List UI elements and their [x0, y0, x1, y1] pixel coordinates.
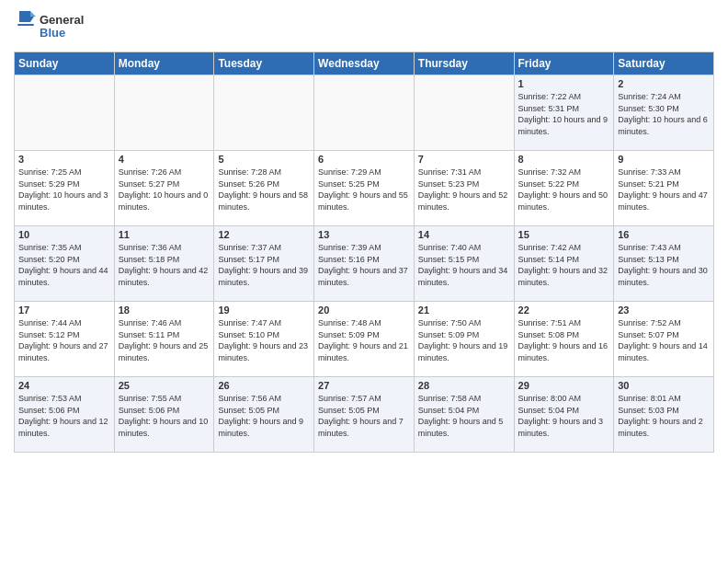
weekday-header-friday: Friday — [514, 52, 614, 75]
day-info: Sunrise: 7:29 AMSunset: 5:25 PMDaylight:… — [318, 167, 410, 213]
day-info: Sunrise: 7:32 AMSunset: 5:22 PMDaylight:… — [518, 167, 610, 213]
day-number: 7 — [418, 154, 510, 165]
day-info: Sunrise: 7:43 AMSunset: 5:13 PMDaylight:… — [618, 242, 710, 288]
calendar-cell — [314, 75, 415, 151]
calendar-cell: 28Sunrise: 7:58 AMSunset: 5:04 PMDayligh… — [414, 377, 514, 453]
calendar-cell: 21Sunrise: 7:50 AMSunset: 5:09 PMDayligh… — [414, 302, 514, 377]
weekday-header-saturday: Saturday — [614, 52, 714, 75]
day-info: Sunrise: 7:33 AMSunset: 5:21 PMDaylight:… — [618, 167, 710, 213]
day-info: Sunrise: 7:40 AMSunset: 5:15 PMDaylight:… — [418, 242, 510, 288]
calendar-cell: 7Sunrise: 7:31 AMSunset: 5:23 PMDaylight… — [414, 151, 514, 226]
calendar-cell — [15, 75, 115, 151]
calendar-cell: 23Sunrise: 7:52 AMSunset: 5:07 PMDayligh… — [614, 302, 714, 377]
calendar-cell: 16Sunrise: 7:43 AMSunset: 5:13 PMDayligh… — [614, 226, 714, 302]
day-info: Sunrise: 7:57 AMSunset: 5:05 PMDaylight:… — [318, 393, 410, 439]
day-info: Sunrise: 7:48 AMSunset: 5:09 PMDaylight:… — [318, 317, 410, 363]
weekday-header-tuesday: Tuesday — [214, 52, 314, 75]
day-number: 5 — [218, 154, 310, 165]
day-number: 16 — [618, 229, 710, 240]
calendar-cell: 29Sunrise: 8:00 AMSunset: 5:04 PMDayligh… — [514, 377, 614, 453]
day-info: Sunrise: 7:46 AMSunset: 5:11 PMDaylight:… — [119, 317, 210, 363]
calendar-cell: 22Sunrise: 7:51 AMSunset: 5:08 PMDayligh… — [514, 302, 614, 377]
weekday-header-row: SundayMondayTuesdayWednesdayThursdayFrid… — [15, 52, 714, 75]
day-info: Sunrise: 7:42 AMSunset: 5:14 PMDaylight:… — [518, 242, 610, 288]
calendar-cell: 19Sunrise: 7:47 AMSunset: 5:10 PMDayligh… — [214, 302, 314, 377]
day-number: 26 — [218, 380, 310, 391]
calendar-cell: 10Sunrise: 7:35 AMSunset: 5:20 PMDayligh… — [15, 226, 115, 302]
calendar-cell: 27Sunrise: 7:57 AMSunset: 5:05 PMDayligh… — [314, 377, 415, 453]
day-info: Sunrise: 8:00 AMSunset: 5:04 PMDaylight:… — [518, 393, 610, 439]
day-info: Sunrise: 7:22 AMSunset: 5:31 PMDaylight:… — [518, 91, 610, 137]
calendar-cell: 5Sunrise: 7:28 AMSunset: 5:26 PMDaylight… — [214, 151, 314, 226]
calendar-cell: 14Sunrise: 7:40 AMSunset: 5:15 PMDayligh… — [414, 226, 514, 302]
day-info: Sunrise: 7:35 AMSunset: 5:20 PMDaylight:… — [18, 242, 110, 288]
day-number: 18 — [119, 304, 210, 316]
day-number: 24 — [18, 380, 110, 391]
day-info: Sunrise: 7:25 AMSunset: 5:29 PMDaylight:… — [18, 167, 110, 213]
calendar-cell: 13Sunrise: 7:39 AMSunset: 5:16 PMDayligh… — [314, 226, 415, 302]
weekday-header-sunday: Sunday — [15, 52, 115, 75]
weekday-header-thursday: Thursday — [414, 52, 514, 75]
day-info: Sunrise: 7:24 AMSunset: 5:30 PMDaylight:… — [618, 91, 710, 137]
weekday-header-monday: Monday — [114, 52, 214, 75]
calendar-cell: 3Sunrise: 7:25 AMSunset: 5:29 PMDaylight… — [15, 151, 115, 226]
calendar-cell: 17Sunrise: 7:44 AMSunset: 5:12 PMDayligh… — [15, 302, 115, 377]
day-number: 22 — [518, 304, 610, 316]
day-number: 27 — [318, 380, 410, 391]
calendar-cell: 30Sunrise: 8:01 AMSunset: 5:03 PMDayligh… — [614, 377, 714, 453]
day-number: 6 — [318, 154, 410, 165]
calendar-cell: 20Sunrise: 7:48 AMSunset: 5:09 PMDayligh… — [314, 302, 415, 377]
day-number: 23 — [618, 304, 710, 316]
day-number: 17 — [18, 304, 110, 316]
logo: General Blue — [14, 9, 97, 44]
calendar-cell: 24Sunrise: 7:53 AMSunset: 5:06 PMDayligh… — [15, 377, 115, 453]
day-number: 13 — [318, 229, 410, 240]
day-number: 29 — [518, 380, 610, 391]
svg-text:General: General — [40, 13, 84, 27]
day-number: 2 — [618, 78, 710, 89]
day-info: Sunrise: 7:31 AMSunset: 5:23 PMDaylight:… — [418, 167, 510, 213]
day-number: 20 — [318, 304, 410, 316]
day-number: 9 — [618, 154, 710, 165]
day-info: Sunrise: 7:51 AMSunset: 5:08 PMDaylight:… — [518, 317, 610, 363]
calendar-table: SundayMondayTuesdayWednesdayThursdayFrid… — [14, 52, 714, 453]
day-info: Sunrise: 7:52 AMSunset: 5:07 PMDaylight:… — [618, 317, 710, 363]
day-info: Sunrise: 7:39 AMSunset: 5:16 PMDaylight:… — [318, 242, 410, 288]
logo-svg: General Blue — [14, 9, 97, 44]
day-info: Sunrise: 8:01 AMSunset: 5:03 PMDaylight:… — [618, 393, 710, 439]
weekday-header-wednesday: Wednesday — [314, 52, 415, 75]
calendar-cell: 18Sunrise: 7:46 AMSunset: 5:11 PMDayligh… — [114, 302, 214, 377]
day-number: 30 — [618, 380, 710, 391]
day-info: Sunrise: 7:44 AMSunset: 5:12 PMDaylight:… — [18, 317, 110, 363]
calendar-cell: 4Sunrise: 7:26 AMSunset: 5:27 PMDaylight… — [114, 151, 214, 226]
day-number: 15 — [518, 229, 610, 240]
day-number: 1 — [518, 78, 610, 89]
day-info: Sunrise: 7:28 AMSunset: 5:26 PMDaylight:… — [218, 167, 310, 213]
calendar-cell: 25Sunrise: 7:55 AMSunset: 5:06 PMDayligh… — [114, 377, 214, 453]
week-row-1: 1Sunrise: 7:22 AMSunset: 5:31 PMDaylight… — [15, 75, 714, 151]
day-number: 12 — [218, 229, 310, 240]
day-info: Sunrise: 7:26 AMSunset: 5:27 PMDaylight:… — [119, 167, 210, 213]
calendar-cell: 1Sunrise: 7:22 AMSunset: 5:31 PMDaylight… — [514, 75, 614, 151]
day-number: 8 — [518, 154, 610, 165]
day-number: 3 — [18, 154, 110, 165]
day-info: Sunrise: 7:47 AMSunset: 5:10 PMDaylight:… — [218, 317, 310, 363]
day-number: 28 — [418, 380, 510, 391]
header: General Blue — [14, 9, 714, 44]
calendar-cell: 15Sunrise: 7:42 AMSunset: 5:14 PMDayligh… — [514, 226, 614, 302]
day-number: 4 — [119, 154, 210, 165]
week-row-3: 10Sunrise: 7:35 AMSunset: 5:20 PMDayligh… — [15, 226, 714, 302]
week-row-4: 17Sunrise: 7:44 AMSunset: 5:12 PMDayligh… — [15, 302, 714, 377]
calendar-cell: 2Sunrise: 7:24 AMSunset: 5:30 PMDaylight… — [614, 75, 714, 151]
calendar-cell — [114, 75, 214, 151]
day-info: Sunrise: 7:58 AMSunset: 5:04 PMDaylight:… — [418, 393, 510, 439]
day-number: 21 — [418, 304, 510, 316]
calendar-cell: 12Sunrise: 7:37 AMSunset: 5:17 PMDayligh… — [214, 226, 314, 302]
day-number: 14 — [418, 229, 510, 240]
week-row-2: 3Sunrise: 7:25 AMSunset: 5:29 PMDaylight… — [15, 151, 714, 226]
day-info: Sunrise: 7:36 AMSunset: 5:18 PMDaylight:… — [119, 242, 210, 288]
calendar-cell: 9Sunrise: 7:33 AMSunset: 5:21 PMDaylight… — [614, 151, 714, 226]
calendar-cell — [214, 75, 314, 151]
calendar-cell: 26Sunrise: 7:56 AMSunset: 5:05 PMDayligh… — [214, 377, 314, 453]
day-info: Sunrise: 7:56 AMSunset: 5:05 PMDaylight:… — [218, 393, 310, 439]
